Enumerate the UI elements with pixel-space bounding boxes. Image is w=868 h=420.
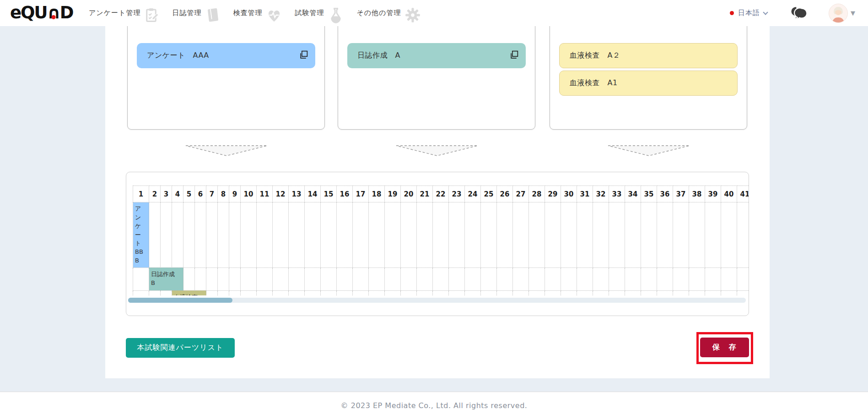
schedule-empty-cell [625,202,641,268]
chat-bubbles-icon [790,4,809,22]
part-card-label: 血液検査 A1 [570,78,618,88]
schedule-empty-cell [705,267,721,290]
horizontal-scrollbar-thumb[interactable] [128,298,232,303]
schedule-empty-cell [529,202,545,268]
menu-item-other[interactable]: その他の管理 [356,0,421,26]
menu-item-trial[interactable]: 試験管理 [295,0,345,26]
schedule-empty-cell [513,202,529,268]
menu-item-diary[interactable]: 日誌管理 [172,0,221,26]
menu-item-examination[interactable]: 検査管理 [233,0,283,26]
schedule-empty-cell [545,202,561,268]
schedule-day-header: 32 [593,186,609,202]
menu-label: 検査管理 [233,9,262,17]
diary-parts-panel: 日誌作成 A [338,12,535,130]
equad-logo[interactable]: eQU∩D [10,3,73,22]
schedule-empty-cell [449,267,465,290]
part-card-bloodtest-a1[interactable]: 血液検査 A1 [559,71,738,96]
schedule-day-header: 28 [529,186,545,202]
schedule-container: 1234567891011121314151617181920212223242… [126,172,749,316]
schedule-empty-cell [529,267,545,290]
part-card-diary-a[interactable]: 日誌作成 A [347,43,526,68]
schedule-empty-cell [229,290,241,295]
schedule-empty-cell [257,290,273,295]
schedule-empty-cell [218,267,229,290]
schedule-day-header: 33 [609,186,625,202]
schedule-empty-cell [183,202,195,268]
schedule-empty-cell [721,267,737,290]
schedule-empty-cell [577,290,593,295]
schedule-empty-cell [257,267,273,290]
account-dropdown-caret[interactable]: ▼ [851,10,855,16]
schedule-empty-cell [337,267,353,290]
schedule-day-header: 24 [465,186,481,202]
schedule-empty-cell [305,290,321,295]
schedule-empty-cell [321,290,337,295]
language-selector[interactable]: 日本語 [730,9,767,17]
schedule-event-cell[interactable]: アンケート BBB [133,202,149,268]
logo-a: ∩ [47,3,60,22]
trial-parts-list-button[interactable]: 本試験関連パーツリスト [126,338,235,358]
copy-icon[interactable] [509,50,519,61]
schedule-empty-cell [577,267,593,290]
schedule-empty-cell [737,202,749,268]
schedule-day-header: 4 [172,186,183,202]
schedule-empty-cell [529,290,545,295]
navbar-right: 日本語 ▼ [730,0,868,26]
schedule-empty-cell [305,267,321,290]
schedule-empty-cell [401,267,417,290]
schedule-empty-cell [417,202,433,268]
schedule-empty-cell [481,290,497,295]
schedule-day-header: 1 [133,186,149,202]
schedule-day-header: 16 [337,186,353,202]
schedule-day-header: 27 [513,186,529,202]
save-button[interactable]: 保 存 [700,338,749,357]
avatar-person-icon [829,4,847,22]
schedule-empty-cell [353,267,369,290]
schedule-empty-cell [561,290,577,295]
schedule-scroll-area[interactable]: 1234567891011121314151617181920212223242… [133,185,749,295]
main-menu: アンケート管理 日誌管理 検査管理 試験管理 [89,0,433,26]
schedule-day-header: 21 [417,186,433,202]
schedule-empty-cell [195,267,206,290]
schedule-day-header: 11 [257,186,273,202]
schedule-empty-cell [609,202,625,268]
schedule-empty-cell [465,267,481,290]
schedule-empty-cell [545,290,561,295]
schedule-empty-cell [545,267,561,290]
main-content: アンケート AAA 日誌作成 A 血液検査 A２ 血液検査 [105,26,770,378]
schedule-empty-cell [273,267,289,290]
menu-item-survey[interactable]: アンケート管理 [89,0,160,26]
schedule-empty-cell [625,290,641,295]
schedule-empty-cell [513,290,529,295]
menu-label: アンケート管理 [89,9,140,17]
drop-arrow-icon [394,144,480,158]
menu-label: その他の管理 [356,9,401,17]
schedule-empty-cell [401,290,417,295]
schedule-day-header: 41 [737,186,749,202]
schedule-empty-cell [149,290,161,295]
part-card-bloodtest-a2[interactable]: 血液検査 A２ [559,43,738,68]
language-flag-dot [730,11,734,15]
schedule-event-cell[interactable]: 日誌作成 B [149,267,183,290]
schedule-empty-cell [385,202,401,268]
schedule-day-header: 35 [641,186,657,202]
drop-arrow-icon [606,144,691,158]
top-navbar: eQU∩D アンケート管理 日誌管理 検査管理 [0,0,868,26]
horizontal-scrollbar-track[interactable] [128,298,746,303]
schedule-empty-cell [433,267,449,290]
chat-button[interactable] [790,4,809,22]
schedule-day-header: 9 [229,186,241,202]
schedule-day-header: 26 [497,186,513,202]
schedule-empty-cell [721,202,737,268]
copy-icon[interactable] [299,50,308,61]
schedule-empty-cell [561,267,577,290]
schedule-empty-cell [241,202,257,268]
schedule-day-header: 15 [321,186,337,202]
schedule-empty-cell [337,290,353,295]
user-avatar[interactable] [829,4,848,23]
schedule-empty-cell [737,267,749,290]
schedule-event-cell[interactable]: 血液検査 A3 [172,290,206,295]
schedule-empty-cell [289,202,305,268]
gear-icon [404,6,421,24]
part-card-survey-aaa[interactable]: アンケート AAA [137,43,315,68]
